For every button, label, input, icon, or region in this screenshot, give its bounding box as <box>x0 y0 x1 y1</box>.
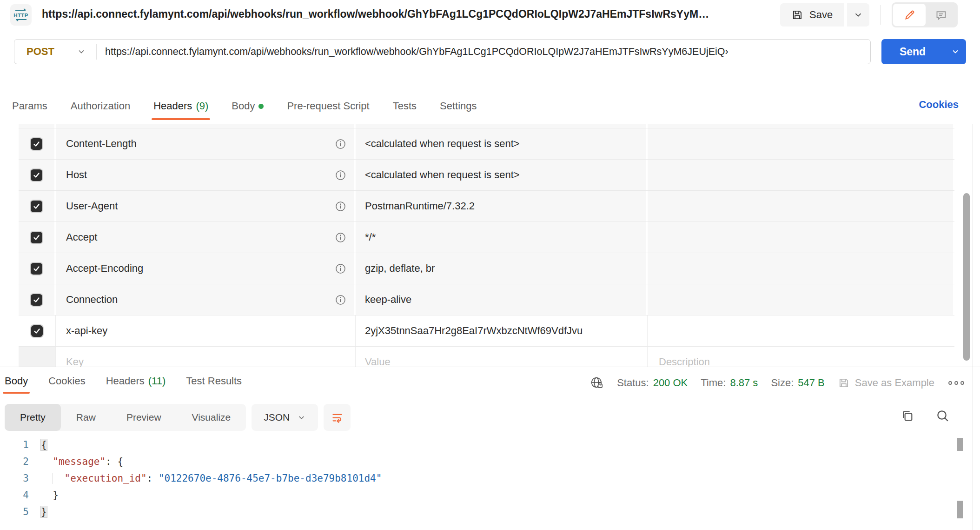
header-value: */* <box>365 231 376 243</box>
wrap-lines-button[interactable] <box>324 404 351 431</box>
method-label: POST <box>26 46 54 58</box>
description-placeholder: Description <box>659 356 710 367</box>
tab-count: (9) <box>196 100 208 112</box>
edit-mode-button[interactable] <box>893 4 926 26</box>
status-label: Status: <box>617 377 649 389</box>
send-options-button[interactable] <box>944 39 966 64</box>
line-number: 3 <box>0 473 29 484</box>
header-checkbox[interactable] <box>31 201 42 212</box>
headers-table: Content-Length <calculated when request … <box>19 124 954 367</box>
response-meta: Status: 200 OK Time: 8.87 s Size: 547 B … <box>590 372 966 394</box>
tab-label: Tests <box>393 100 417 112</box>
code-line: 5 } <box>0 503 953 520</box>
response-body-editor[interactable]: 1 { 2 "message": { 3 "execution_id": "01… <box>0 436 953 530</box>
view-mode-tab-raw[interactable]: Raw <box>61 404 111 431</box>
code-text: "execution_id": "0122670e-4876-45e7-b7be… <box>41 473 382 484</box>
tab-count: (11) <box>148 375 166 387</box>
header-key: x-api-key <box>66 325 107 337</box>
request-tab-params[interactable]: Params <box>12 100 47 112</box>
request-tab-pre-request-script[interactable]: Pre-request Script <box>287 100 369 112</box>
send-button-label: Send <box>881 39 944 64</box>
cookies-link[interactable]: Cookies <box>919 99 959 111</box>
info-icon[interactable] <box>335 201 346 212</box>
info-icon[interactable] <box>335 232 346 243</box>
header-description[interactable] <box>648 160 954 190</box>
save-button[interactable]: Save <box>780 3 844 27</box>
header-checkbox[interactable] <box>31 169 42 181</box>
tab-label: Cookies <box>48 375 85 387</box>
chevron-down-icon <box>297 413 306 422</box>
response-tab-test-results[interactable]: Test Results <box>186 375 242 387</box>
line-number: 2 <box>0 456 29 467</box>
view-mode-switch: PrettyRawPreviewVisualize <box>5 404 246 431</box>
header-checkbox[interactable] <box>31 232 42 243</box>
header-value: PostmanRuntime/7.32.2 <box>365 200 475 212</box>
response-tab-headers[interactable]: Headers (11) <box>106 375 166 387</box>
header-description[interactable] <box>648 253 954 284</box>
header-value: keep-alive <box>365 294 411 306</box>
request-tab-headers[interactable]: Headers (9) <box>153 100 208 112</box>
response-tab-cookies[interactable]: Cookies <box>48 375 85 387</box>
header-description[interactable] <box>648 315 954 346</box>
tab-label: Test Results <box>186 375 242 387</box>
request-tab-body[interactable]: Body <box>232 100 264 112</box>
pencil-icon <box>903 9 916 21</box>
request-tab-authorization[interactable]: Authorization <box>71 100 130 112</box>
comment-mode-button[interactable] <box>926 4 956 26</box>
time-value: 8.87 s <box>730 377 758 389</box>
header-key: Accept <box>66 231 97 243</box>
header-checkbox[interactable] <box>31 325 43 337</box>
header-description[interactable] <box>648 191 954 221</box>
save-as-example-button[interactable]: Save as Example <box>838 377 934 389</box>
url-bar: POST https://api.connect.fylamynt.com/ap… <box>14 39 871 64</box>
view-mode-tab-pretty[interactable]: Pretty <box>5 404 61 431</box>
view-mode-tab-visualize[interactable]: Visualize <box>177 404 246 431</box>
info-icon[interactable] <box>335 295 346 305</box>
response-tab-body[interactable]: Body <box>5 375 28 387</box>
request-tab-tests[interactable]: Tests <box>393 100 417 112</box>
svg-text:HTTP: HTTP <box>13 13 28 18</box>
headers-scrollbar[interactable] <box>963 193 970 361</box>
search-icon <box>935 409 950 423</box>
header-checkbox[interactable] <box>31 138 42 150</box>
info-icon[interactable] <box>335 170 346 181</box>
table-row: Content-Length <calculated when request … <box>19 128 954 160</box>
header-description[interactable] <box>648 128 954 159</box>
scrollbar-track <box>972 124 973 530</box>
request-response-divider <box>0 367 980 367</box>
more-options-icon[interactable] <box>947 380 966 386</box>
header-value: <calculated when request is sent> <box>365 169 520 181</box>
send-button[interactable]: Send <box>881 39 966 64</box>
header-checkbox[interactable] <box>31 263 42 275</box>
response-scrollbar-thumb[interactable] <box>957 501 963 518</box>
save-options-button[interactable] <box>846 3 869 27</box>
response-tabs: Body Cookies Headers (11) Test Results <box>5 375 242 387</box>
header-key: Connection <box>66 294 118 306</box>
search-response-button[interactable] <box>935 409 950 423</box>
method-select[interactable]: POST <box>14 46 96 58</box>
request-tab-settings[interactable]: Settings <box>440 100 477 112</box>
table-row: Accept */* <box>19 222 954 253</box>
format-value: JSON <box>264 412 290 423</box>
info-icon[interactable] <box>335 139 346 149</box>
unsaved-dot-icon <box>258 104 264 109</box>
line-number: 1 <box>0 439 29 450</box>
save-icon <box>838 377 850 389</box>
header-value: 2yjX35tnnSaa7Hr2g8EaI7rWxbzcNtWf69VdfJvu <box>365 325 583 337</box>
response-view-bar: PrettyRawPreviewVisualize JSON <box>5 404 351 431</box>
header-description[interactable] <box>648 222 954 253</box>
chevron-down-icon <box>77 47 86 56</box>
save-as-example-label: Save as Example <box>855 377 934 389</box>
table-row: User-Agent PostmanRuntime/7.32.2 <box>19 191 954 222</box>
format-select[interactable]: JSON <box>252 404 318 431</box>
url-input[interactable]: https://api.connect.fylamynt.com/api/web… <box>97 46 870 58</box>
network-globe-icon[interactable] <box>590 376 604 390</box>
header-description[interactable] <box>648 284 954 315</box>
save-icon <box>791 9 803 21</box>
info-icon[interactable] <box>335 263 346 274</box>
view-mode-tab-preview[interactable]: Preview <box>111 404 177 431</box>
line-number: 4 <box>0 490 29 501</box>
response-scrollbar-thumb[interactable] <box>957 438 963 451</box>
copy-response-button[interactable] <box>900 409 915 423</box>
header-checkbox[interactable] <box>31 294 42 306</box>
